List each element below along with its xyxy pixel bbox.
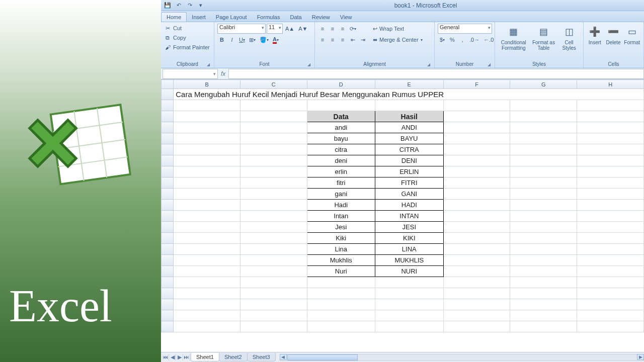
cell[interactable]: Mukhlis (307, 255, 375, 266)
cell[interactable]: NURI (375, 266, 443, 277)
cell[interactable] (443, 255, 510, 266)
cell[interactable] (240, 177, 307, 189)
percent-format-button[interactable]: % (448, 35, 457, 45)
cell[interactable] (174, 144, 240, 155)
cell[interactable] (307, 288, 375, 299)
cell[interactable] (174, 244, 240, 255)
cell[interactable] (510, 177, 577, 189)
sheet-tab-2[interactable]: Sheet2 (219, 353, 248, 361)
cell[interactable] (443, 222, 510, 233)
cell[interactable] (174, 211, 240, 222)
cell[interactable] (174, 255, 240, 266)
row-header[interactable] (162, 299, 174, 310)
conditional-formatting-button[interactable]: ▦Conditional Formatting (498, 24, 529, 52)
italic-button[interactable]: I (227, 35, 236, 45)
cell[interactable] (174, 266, 240, 277)
column-header[interactable]: F (443, 80, 510, 89)
cell[interactable]: HADI (375, 200, 443, 211)
cell[interactable] (510, 266, 577, 277)
row-header[interactable] (162, 200, 174, 211)
cell[interactable] (375, 310, 443, 321)
row-header[interactable] (162, 111, 174, 122)
cell[interactable] (443, 233, 510, 244)
cell[interactable] (174, 133, 240, 144)
cell[interactable] (240, 266, 307, 277)
cell[interactable] (174, 222, 240, 233)
cell[interactable] (375, 321, 443, 332)
cell[interactable] (510, 211, 577, 222)
save-icon[interactable]: 💾 (163, 2, 172, 10)
cell[interactable] (510, 200, 577, 211)
cell[interactable]: fitri (307, 177, 375, 189)
row-header[interactable] (162, 321, 174, 332)
comma-format-button[interactable]: , (458, 35, 467, 45)
insert-cells-button[interactable]: ➕Insert (587, 24, 603, 46)
cell[interactable] (443, 177, 510, 189)
cell[interactable] (577, 144, 644, 155)
cell[interactable] (577, 222, 644, 233)
column-header[interactable]: G (510, 80, 577, 89)
sheet-nav-first-icon[interactable]: ⏮ (162, 354, 169, 360)
accounting-format-button[interactable]: $ (438, 35, 447, 45)
cell[interactable] (240, 255, 307, 266)
cell[interactable] (174, 177, 240, 189)
format-cells-button[interactable]: ▭Format (623, 24, 640, 46)
cell[interactable]: ANDI (375, 122, 443, 133)
cell[interactable] (577, 244, 644, 255)
cell[interactable] (240, 200, 307, 211)
bold-button[interactable]: B (217, 35, 226, 45)
sheet-tab-3[interactable]: Sheet3 (247, 353, 276, 361)
align-left-button[interactable]: ≡ (318, 35, 327, 45)
cell[interactable] (174, 321, 240, 332)
align-center-button[interactable]: ≡ (328, 35, 337, 45)
cell[interactable] (577, 122, 644, 133)
column-header[interactable]: B (174, 80, 240, 89)
cell[interactable] (174, 233, 240, 244)
merge-center-button[interactable]: ⬌Merge & Center (371, 35, 427, 45)
sheet-nav-prev-icon[interactable]: ◀ (169, 354, 176, 360)
cell[interactable] (307, 100, 375, 111)
cell[interactable]: Kiki (307, 233, 375, 244)
name-box[interactable] (163, 69, 218, 79)
cell[interactable] (240, 122, 307, 133)
column-header[interactable]: E (375, 80, 443, 89)
cell[interactable] (510, 100, 577, 111)
row-header[interactable] (162, 244, 174, 255)
cell[interactable] (443, 166, 510, 177)
align-middle-button[interactable]: ≡ (328, 24, 337, 34)
copy-button[interactable]: ⧉Copy (164, 33, 210, 42)
cell[interactable] (443, 133, 510, 144)
cell[interactable] (577, 288, 644, 299)
cell[interactable] (240, 244, 307, 255)
cell[interactable] (577, 200, 644, 211)
cell[interactable] (240, 189, 307, 200)
font-color-button[interactable]: A (271, 35, 280, 45)
row-header[interactable] (162, 100, 174, 111)
cell[interactable] (375, 288, 443, 299)
row-header[interactable] (162, 133, 174, 144)
cell[interactable] (375, 299, 443, 310)
number-format-select[interactable]: General (438, 24, 492, 34)
row-header[interactable] (162, 166, 174, 177)
row-header[interactable] (162, 189, 174, 200)
cell[interactable]: Data (307, 111, 375, 122)
cell[interactable] (443, 200, 510, 211)
cell[interactable] (240, 133, 307, 144)
format-as-table-button[interactable]: ▤Format as Table (531, 24, 556, 52)
cut-button[interactable]: ✂Cut (164, 24, 210, 33)
qat-customize-icon[interactable]: ▾ (196, 2, 205, 10)
scroll-right-icon[interactable]: ▶ (637, 354, 644, 360)
cell[interactable] (240, 299, 307, 310)
cell[interactable] (577, 255, 644, 266)
cell[interactable] (443, 299, 510, 310)
cell[interactable] (375, 277, 443, 288)
cell[interactable] (240, 310, 307, 321)
cell[interactable] (443, 266, 510, 277)
cell[interactable] (240, 321, 307, 332)
row-header[interactable] (162, 177, 174, 189)
cell[interactable] (307, 277, 375, 288)
cell[interactable] (307, 310, 375, 321)
decrease-decimal-button[interactable]: ←.0 (482, 35, 495, 45)
tab-page-layout[interactable]: Page Layout (211, 13, 252, 22)
cell[interactable] (174, 288, 240, 299)
